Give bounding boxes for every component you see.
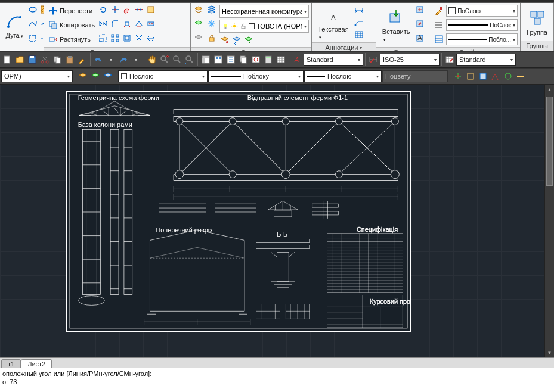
dwg-title-1: Геометрична схема ферми xyxy=(78,94,159,101)
layer-iso-icon[interactable] xyxy=(193,18,204,29)
modify-extra-6-icon[interactable] xyxy=(146,33,156,43)
tb-copy-icon[interactable] xyxy=(51,53,63,66)
lt-icon[interactable] xyxy=(434,34,444,45)
layer-props-icon[interactable] xyxy=(193,4,204,15)
dim-style-dropdown[interactable]: ISO-25▾ xyxy=(380,54,440,66)
layer-prev-icon[interactable] xyxy=(231,35,242,45)
tb2-ext-2-icon[interactable] xyxy=(465,70,476,83)
tb-dc-icon[interactable] xyxy=(212,53,224,66)
fillet-icon[interactable] xyxy=(110,18,120,29)
linetype-dropdown[interactable]: Побло...▾ xyxy=(446,33,518,45)
tb2-layer-2-icon[interactable] xyxy=(89,70,101,83)
svg-rect-70 xyxy=(480,73,486,79)
dim-linear-icon[interactable] xyxy=(354,5,364,16)
tb-redo-icon[interactable] xyxy=(117,53,129,66)
lineweight-dropdown[interactable]: ПоСлок▾ xyxy=(446,19,518,31)
color-dropdown[interactable]: ПоСлою▾ xyxy=(446,5,518,17)
tb-open-icon[interactable] xyxy=(14,53,26,66)
tb-tbl-style-icon[interactable] xyxy=(444,53,456,66)
layer-freeze-icon[interactable] xyxy=(206,18,217,29)
layer-current-dropdown[interactable]: ТОВСТА (НОРМ)▾ xyxy=(219,20,309,33)
group-button[interactable]: Группа xyxy=(523,7,551,37)
leader-icon[interactable] xyxy=(354,17,364,28)
tb-props-icon[interactable] xyxy=(200,53,212,66)
tb-tp-icon[interactable] xyxy=(225,53,237,66)
tb2-ext-5-icon[interactable] xyxy=(502,70,514,83)
tb-paste-icon[interactable] xyxy=(64,53,76,66)
scale-icon[interactable] xyxy=(98,33,109,43)
tb-dim-style-icon[interactable] xyxy=(367,53,379,66)
insert-button[interactable]: Вставить▾ xyxy=(379,7,414,43)
groups-panel-title[interactable]: Группы xyxy=(521,41,553,51)
command-line[interactable]: оположный угол или [Линия/РМн-угол/СМн-у… xyxy=(0,368,554,392)
model-space[interactable]: Геометрична схема ферми Відправний елеме… xyxy=(0,85,554,357)
modify-extra-4-icon[interactable] xyxy=(146,18,156,29)
tb-redo-dd-icon[interactable]: ▾ xyxy=(130,53,142,66)
spline-icon[interactable] xyxy=(27,18,38,29)
layer-config-dropdown[interactable]: Несохраненная конфигурация сло▾ xyxy=(219,5,309,18)
modify-extra-1-icon[interactable] xyxy=(134,4,144,15)
explode-icon[interactable] xyxy=(122,18,132,29)
trim-icon[interactable] xyxy=(110,4,120,15)
tb-zoom-rt-icon[interactable] xyxy=(159,53,171,66)
tb-save-icon[interactable] xyxy=(26,53,38,66)
tb-ssm-icon[interactable] xyxy=(237,53,249,66)
modify-extra-3-icon[interactable] xyxy=(134,18,144,29)
tb-undo-icon[interactable] xyxy=(92,53,104,66)
region-icon[interactable] xyxy=(27,33,38,43)
layer-off-icon[interactable] xyxy=(193,33,204,43)
tb2-ext-3-icon[interactable] xyxy=(477,70,489,83)
stretch-button[interactable]: Растянуть xyxy=(47,33,97,46)
match-props-icon[interactable] xyxy=(434,5,444,16)
layer-states-icon[interactable] xyxy=(206,4,217,15)
tb2-layer-3-icon[interactable] xyxy=(102,70,114,83)
tb-table-icon[interactable] xyxy=(275,53,287,66)
tb-pan-icon[interactable] xyxy=(146,53,158,66)
erase-icon[interactable] xyxy=(122,4,132,15)
svg-rect-54 xyxy=(202,56,209,63)
tb-markup-icon[interactable] xyxy=(250,53,262,66)
text-button[interactable]: A Текстовая▾ xyxy=(314,4,352,41)
tb-calc-icon[interactable] xyxy=(262,53,274,66)
tbl-style-dropdown[interactable]: Standard▾ xyxy=(456,54,516,66)
tb2-linetype-dropdown[interactable]: Поблоку▾ xyxy=(208,70,304,82)
block-edit-icon[interactable] xyxy=(414,18,425,29)
layout-tab-2[interactable]: Лист2 xyxy=(21,359,52,368)
tb2-layer-1-icon[interactable] xyxy=(77,70,89,83)
vscrollbar[interactable]: ▲ ▼ xyxy=(544,85,554,357)
tb2-layer-dropdown[interactable]: ОРМ)▾ xyxy=(1,70,73,82)
tb2-color-dropdown[interactable]: Послою▾ xyxy=(118,70,208,82)
tb-matchprops-icon[interactable] xyxy=(76,53,88,66)
array-icon[interactable] xyxy=(110,33,120,43)
block-create-icon[interactable] xyxy=(414,4,425,15)
modify-extra-2-icon[interactable] xyxy=(146,4,156,15)
tb2-plotstyle-dropdown[interactable]: Поцвету xyxy=(382,70,448,82)
mirror-icon[interactable] xyxy=(98,18,109,29)
arc-button[interactable]: Дуга▾ xyxy=(2,10,26,40)
block-attr-icon[interactable]: A xyxy=(414,33,425,43)
tb-zoom-prev-icon[interactable] xyxy=(184,53,196,66)
tb-undo-dd-icon[interactable]: ▾ xyxy=(105,53,117,66)
tb-zoom-win-icon[interactable] xyxy=(171,53,183,66)
tb-text-style-icon[interactable]: A xyxy=(291,53,303,66)
layer-walk-icon[interactable] xyxy=(243,35,254,45)
lw-icon[interactable] xyxy=(434,20,444,30)
offset-icon[interactable] xyxy=(122,33,132,43)
tb2-ext-1-icon[interactable] xyxy=(452,70,464,83)
tb-new-icon[interactable] xyxy=(1,53,13,66)
tb-cut-icon[interactable] xyxy=(39,53,51,66)
rotate-icon[interactable] xyxy=(98,4,109,15)
tb2-ext-4-icon[interactable] xyxy=(490,70,502,83)
tb2-lineweight-dropdown[interactable]: Послою▾ xyxy=(304,70,382,82)
modify-extra-5-icon[interactable] xyxy=(134,33,144,43)
move-button[interactable]: Перенести xyxy=(47,4,97,17)
table-icon[interactable] xyxy=(354,29,364,40)
tb2-ext-6-icon[interactable] xyxy=(515,70,527,83)
text-style-dropdown[interactable]: Standard▾ xyxy=(304,54,363,66)
layout-tab-1[interactable]: т1 xyxy=(1,359,21,368)
copy-button[interactable]: Копировать xyxy=(47,18,97,32)
layer-lock-icon[interactable] xyxy=(206,33,217,43)
layer-match-icon[interactable] xyxy=(219,35,230,45)
ellipse-icon[interactable] xyxy=(27,4,38,15)
svg-rect-69 xyxy=(468,73,473,79)
